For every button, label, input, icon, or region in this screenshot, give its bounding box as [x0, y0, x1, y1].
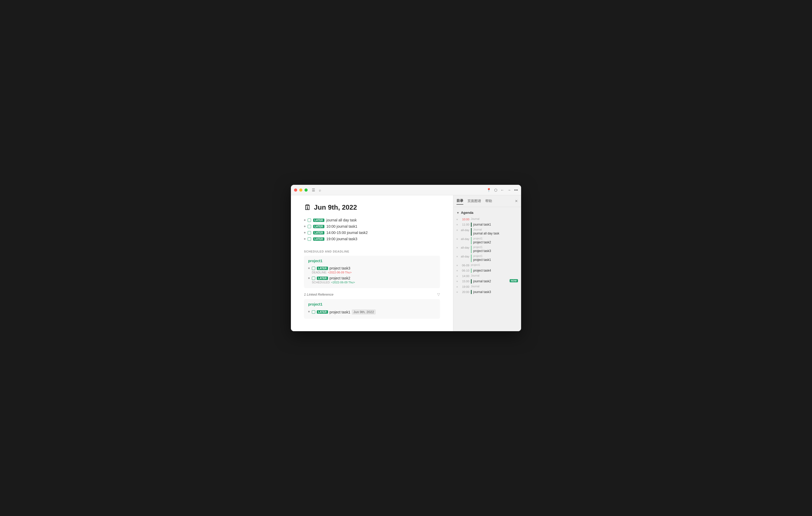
- titlebar-left-icons: ☰ ⌕: [312, 188, 321, 192]
- forward-icon[interactable]: →: [507, 188, 511, 192]
- checkbox[interactable]: [312, 310, 315, 314]
- linked-ref-header: 1 Linked Reference ▽: [304, 292, 440, 297]
- tab-help[interactable]: 帮助: [485, 198, 492, 205]
- agenda-bullet: [457, 275, 458, 277]
- agenda-task-info: journal task3: [473, 290, 518, 294]
- list-item: LATER journal all day task: [304, 217, 440, 223]
- tab-graph[interactable]: 页面图谱: [467, 198, 481, 205]
- card-task-inner: LATER project task2 SCHEDULED: <2022-06-…: [312, 276, 355, 284]
- hamburger-icon[interactable]: ☰: [312, 188, 315, 192]
- pin-icon[interactable]: 📍: [487, 188, 491, 192]
- later-badge: LATER: [313, 237, 324, 241]
- close-panel-button[interactable]: ✕: [515, 199, 518, 203]
- task-text: 10:00 journal task1: [326, 224, 357, 229]
- agenda-time: all-day: [459, 245, 469, 249]
- agenda-source: Journal: [471, 285, 518, 288]
- agenda-task-info: Journal: [471, 274, 518, 277]
- agenda-item: 06-10 project task4: [453, 268, 521, 273]
- bullet: [304, 219, 306, 221]
- card-task-item: LATER project task3 DEADLINE: <2022-06-0…: [308, 265, 436, 275]
- agenda-task-info: Journal journal all day task: [473, 228, 518, 236]
- card-task-inner: LATER project task3 DEADLINE: <2022-06-0…: [312, 266, 352, 274]
- graph-icon[interactable]: ⬡: [494, 188, 497, 192]
- page-title: Jun 9th, 2022: [314, 203, 357, 211]
- checkbox[interactable]: [308, 218, 311, 222]
- card-task-row: LATER project task3: [312, 266, 352, 270]
- list-item: LATER 14:00-15:00 journal task2: [304, 230, 440, 236]
- later-badge: LATER: [313, 225, 324, 228]
- filter-icon[interactable]: ▽: [437, 292, 440, 297]
- checkbox[interactable]: [312, 277, 315, 280]
- later-badge: LATER: [313, 231, 324, 235]
- agenda-bar: [471, 279, 472, 284]
- agenda-bullet: [457, 230, 458, 231]
- agenda-item: all-day project1 project task2: [453, 236, 521, 245]
- minimize-button[interactable]: [299, 188, 302, 192]
- main-window: ☰ ⌕ 📍 ⬡ ← → ••• 🗓 Jun 9th, 2022 LA: [291, 185, 521, 331]
- agenda-time: 14:00: [459, 274, 469, 278]
- card-task-item: LATER project task2 SCHEDULED: <2022-06-…: [308, 275, 436, 285]
- scheduled-text: SCHEDULED: <2022-06-09 Thu>: [312, 281, 355, 284]
- agenda-task-name: journal task1: [473, 222, 518, 227]
- agenda-bar: [471, 254, 472, 262]
- agenda-bar: [471, 228, 472, 236]
- titlebar: ☰ ⌕ 📍 ⬡ ← → •••: [291, 185, 521, 195]
- task-text: 14:00-15:00 journal task2: [326, 231, 368, 235]
- agenda-task-name: project task1: [473, 258, 518, 262]
- page-header: 🗓 Jun 9th, 2022: [304, 203, 440, 212]
- close-button[interactable]: [294, 188, 297, 192]
- agenda-bullet: [457, 292, 458, 293]
- calendar-icon: 🗓: [304, 203, 311, 212]
- main-pane: 🗓 Jun 9th, 2022 LATER journal all day ta…: [291, 195, 453, 331]
- later-badge: LATER: [317, 310, 328, 314]
- deadline-date: <2022-06-09 Thu>: [328, 271, 352, 274]
- linked-ref-card-title[interactable]: project1: [308, 302, 436, 306]
- tab-toc[interactable]: 目录: [457, 198, 463, 205]
- list-item: LATER 10:00 journal task1: [304, 223, 440, 230]
- checkbox[interactable]: [308, 225, 311, 228]
- agenda-source: project1: [473, 245, 518, 249]
- back-icon[interactable]: ←: [500, 188, 504, 192]
- checkbox[interactable]: [312, 267, 315, 270]
- agenda-bullet: [457, 256, 458, 257]
- date-link[interactable]: Jun 9th, 2022: [352, 309, 376, 314]
- agenda-task-info: Journal: [471, 285, 518, 288]
- agenda-bar: [471, 237, 472, 245]
- agenda-bar: [471, 290, 472, 294]
- agenda-title: Agenda: [461, 211, 473, 215]
- agenda-item: all-day Journal journal all day task: [453, 227, 521, 236]
- deadline-label: DEADLINE:: [312, 271, 327, 274]
- card-bullet: [308, 277, 310, 279]
- linked-ref-card: project1 LATER project task1 Jun 9th, 20…: [304, 299, 440, 318]
- checkbox[interactable]: [308, 231, 311, 235]
- agenda-bullet: [457, 265, 458, 266]
- deadline-text: DEADLINE: <2022-06-09 Thu>: [312, 271, 352, 274]
- agenda-task-info: project1 project task2: [473, 237, 518, 245]
- agenda-time: all-day: [459, 254, 469, 258]
- task-list: LATER journal all day task LATER 10:00 j…: [304, 217, 440, 242]
- card-bullet: [308, 311, 310, 312]
- agenda-task-info: Journal: [471, 217, 518, 221]
- chevron-down-icon: ▼: [457, 211, 459, 214]
- task-text: project task2: [329, 276, 350, 280]
- more-icon[interactable]: •••: [514, 188, 518, 192]
- agenda-time: all-day: [459, 237, 469, 241]
- agenda-bullet: [457, 238, 458, 240]
- card-title[interactable]: project1: [308, 259, 436, 263]
- scheduled-card: project1 LATER project task3 DEADLINE: <…: [304, 256, 440, 288]
- search-icon[interactable]: ⌕: [319, 188, 321, 192]
- agenda-item: 19:00 Journal: [453, 284, 521, 290]
- agenda-task-info: project1 project task1: [473, 254, 518, 262]
- agenda-task-info: project1: [471, 263, 518, 267]
- agenda-source: project1: [473, 254, 518, 258]
- agenda-task-name: journal task3: [473, 290, 518, 294]
- checkbox[interactable]: [308, 237, 311, 241]
- agenda-task-info: journal task1: [473, 222, 518, 227]
- agenda-bar: [471, 269, 472, 273]
- agenda-item: 20:00 journal task3: [453, 290, 521, 295]
- agenda-time: 06-09: [459, 263, 469, 267]
- scheduled-label: SCHEDULED:: [312, 281, 330, 284]
- agenda-source: Journal: [471, 274, 518, 277]
- later-badge: LATER: [317, 267, 328, 270]
- maximize-button[interactable]: [304, 188, 308, 192]
